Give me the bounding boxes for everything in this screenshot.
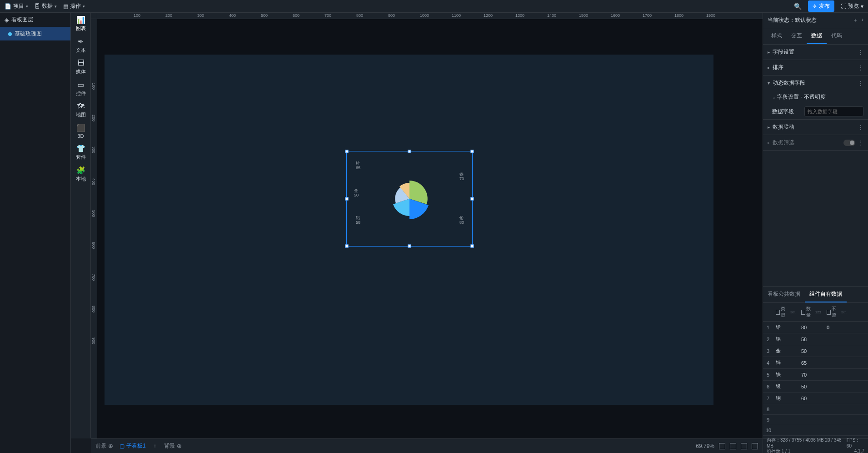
shirt-icon: 👕 [76,144,85,153]
text-icon: ✒ [78,37,84,46]
tab-style[interactable]: 样式 [767,28,787,44]
canvas-area: 100200300 400500600 700800900 1000110012… [91,13,763,438]
chevron-down-icon: ▾ [861,3,863,10]
table-row[interactable]: 9 [763,415,868,425]
layers-icon: ◈ [5,17,9,23]
canvas-inner[interactable]: 锌65 铁70 铅80 铝58 金50 [97,19,763,438]
selected-component[interactable]: 锌65 铁70 铅80 铝58 金50 [346,151,473,247]
chart-label-zinc: 锌65 [356,161,360,171]
add-circle-icon[interactable]: ⊕ [177,443,182,449]
zoom-value[interactable]: 69.79% [696,443,714,449]
resize-handle[interactable] [471,197,474,201]
more-icon[interactable]: ⋮ [858,80,863,86]
resize-handle[interactable] [471,150,474,153]
data-source-tabs: 看板公共数据 组件自有数据 [763,286,868,303]
table-row[interactable]: 6银50 [763,381,868,393]
data-field-input[interactable] [804,106,863,116]
section-sort[interactable]: ▸排序 ⋮ [763,60,868,75]
menu-data[interactable]: 🗄 数据 ▾ [35,2,57,10]
table-row[interactable]: 2铝58 [763,333,868,345]
resize-handle[interactable] [471,245,474,248]
chevron-down-icon: ▾ [26,4,28,9]
resize-handle[interactable] [345,197,349,201]
resize-handle[interactable] [408,245,411,248]
toolbar-chart[interactable]: 📊 图表 [76,15,86,32]
table-row[interactable]: 3金50 [763,345,868,357]
search-icon[interactable]: 🔍 [794,3,802,10]
resize-handle[interactable] [408,150,411,153]
chevron-right-icon[interactable]: › [862,16,863,24]
add-circle-icon[interactable]: ⊕ [108,443,113,449]
menu-operate[interactable]: ▦ 操作 ▾ [63,2,85,10]
toolbar-text[interactable]: ✒ 文本 [76,37,86,54]
tab-add[interactable]: ＋ [152,442,158,450]
layer-panel-header: ◈ 看板图层 [0,13,70,27]
section-data-link[interactable]: ▸数据联动 ⋮ [763,120,868,135]
fit-icon[interactable] [719,443,725,449]
chevron-right-icon: ▸ [768,140,770,145]
data-tab-public[interactable]: 看板公共数据 [763,287,805,302]
toolbar-local[interactable]: 🧩 本地 [76,166,86,182]
resize-handle[interactable] [345,245,349,248]
layer-item-rose-chart[interactable]: 基础玫瑰图 [0,27,70,40]
panel-icon: ▢ [120,443,125,449]
plus-icon[interactable]: ＋ [853,16,858,24]
chevron-down-icon: ▾ [55,4,57,9]
toolbar-3d[interactable]: ⬛ 3D [76,124,85,139]
chevron-down-icon: ▾ [768,81,770,86]
component-toolbar: 📊 图表 ✒ 文本 🎞 媒体 ▭ 控件 🗺 地图 ⬛ 3D 👕 套件 🧩 本地 [71,13,91,438]
tab-background[interactable]: 背景 ⊕ [164,442,182,450]
toolbar-map[interactable]: 🗺 地图 [76,102,86,118]
data-table[interactable]: 类型Str. 数量123 不透Str. 1铅8002铝583金504锌655铁7… [763,303,868,438]
chart-label-gold: 金50 [354,189,359,198]
toolbar-control[interactable]: ▭ 控件 [76,81,86,97]
preview-button[interactable]: ⛶ 预览 ▾ [841,2,863,10]
col-checkbox[interactable] [827,310,831,315]
section-dynamic-field[interactable]: ▾动态数据字段 ⋮ [763,76,868,91]
fullscreen-icon: ⛶ [841,3,846,10]
more-icon[interactable]: ⋮ [858,124,863,131]
rose-chart[interactable] [378,167,441,231]
tab-data[interactable]: 数据 [807,28,827,44]
puzzle-icon: 🧩 [76,166,85,175]
toolbar-suite[interactable]: 👕 套件 [76,144,86,161]
ruler-vertical[interactable]: 100200300 400500600 700800900 [91,19,97,438]
fit-icon-2[interactable] [730,443,736,449]
col-checkbox[interactable] [776,310,780,315]
subsection-opacity[interactable]: ⌄ 字段设置 - 不透明度 [763,91,868,104]
data-tab-own[interactable]: 组件自有数据 [805,287,847,302]
table-row[interactable]: 7铜60 [763,393,868,404]
col-checkbox[interactable] [801,310,805,315]
media-icon: 🎞 [77,59,85,67]
tab-code[interactable]: 代码 [827,28,847,44]
tab-foreground[interactable]: 前景 ⊕ [95,442,113,450]
more-icon[interactable]: ⋮ [858,65,863,71]
publish-button[interactable]: ✈ 发布 [808,0,834,12]
section-data-filter[interactable]: ▸数据筛选 ⋮ [763,135,868,150]
map-icon: 🗺 [77,102,85,111]
panel-toggle-icon[interactable] [752,443,758,449]
resize-handle[interactable] [345,150,349,153]
table-row[interactable]: 1铅800 [763,322,868,333]
table-row[interactable]: 10 [763,425,868,436]
more-icon[interactable]: ⋮ [858,140,863,146]
toolbar-media[interactable]: 🎞 媒体 [76,59,86,75]
filter-toggle[interactable] [843,140,855,146]
file-icon: 📄 [5,3,11,10]
tab-interact[interactable]: 交互 [787,28,807,44]
chevron-down-icon: ▾ [83,4,85,9]
menu-project[interactable]: 📄 项目 ▾ [5,2,28,10]
grid-icon: ▦ [63,3,68,10]
table-row[interactable]: 5铁70 [763,369,868,381]
section-field-settings[interactable]: ▸字段设置 ⋮ [763,45,868,60]
ruler-horizontal[interactable]: 100200300 400500600 700800900 1000110012… [97,13,763,19]
more-icon[interactable]: ⋮ [858,49,863,55]
table-row[interactable]: 4锌65 [763,357,868,369]
property-tabs: 样式 交互 数据 代码 [763,28,868,45]
control-icon: ▭ [77,81,84,89]
tab-subpanel[interactable]: ▢ 子看板1 [120,442,146,450]
send-icon: ✈ [813,3,817,10]
state-bar: 当前状态：默认状态 ＋ › [763,13,868,28]
table-row[interactable]: 8 [763,404,868,415]
grid-toggle-icon[interactable] [741,443,747,449]
